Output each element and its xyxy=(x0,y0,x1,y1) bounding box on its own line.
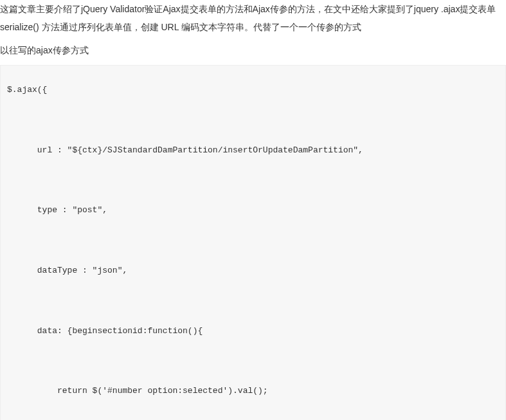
code-line: data: {beginsectionid:function(){ xyxy=(7,326,203,336)
code-line: url : "${ctx}/SJStandardDamPartition/ins… xyxy=(7,145,363,155)
code-line: return $('#number option:selected').val(… xyxy=(7,386,268,396)
code-block: $.ajax({ url : "${ctx}/SJStandardDamPart… xyxy=(0,65,506,420)
article-intro: 这篇文章主要介绍了jQuery Validator验证Ajax提交表单的方法和A… xyxy=(0,0,506,42)
article-subtext: 以往写的ajax传参方式 xyxy=(0,42,506,65)
code-line: $.ajax({ xyxy=(7,85,47,95)
code-line: type : "post", xyxy=(7,205,107,215)
code-line: dataType : "json", xyxy=(7,266,127,275)
